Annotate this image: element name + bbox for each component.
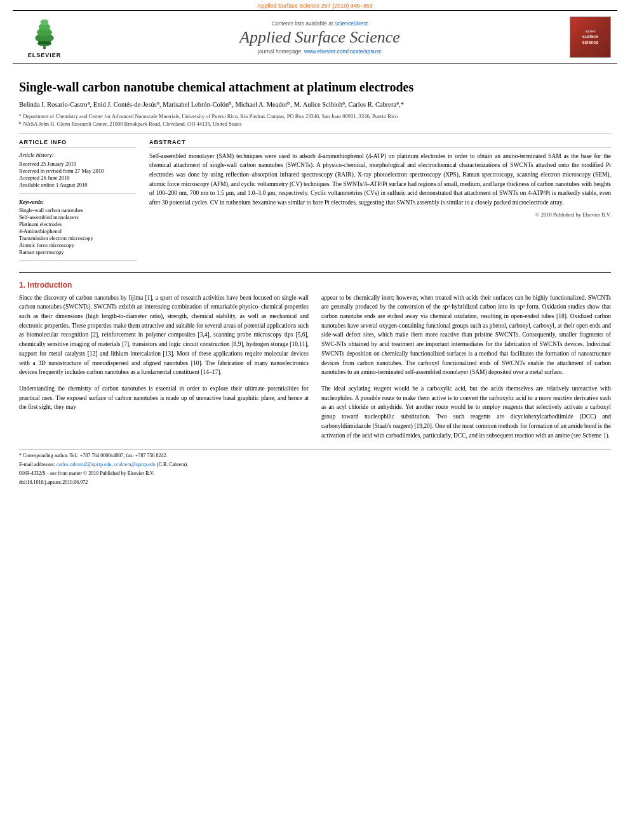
introduction-body: Since the discovery of carbon nanotubes … [19,293,611,441]
introduction-heading: 1. Introduction [19,281,611,290]
elsevier-label: ELSEVIER [28,52,62,58]
journal-name: Applied Surface Science [70,28,570,47]
authors: Belinda I. Rosario-Castroᵃ, Enid J. Cont… [19,100,611,110]
elsevier-tree-icon [29,16,60,51]
keyword-2: Self-assembled monolayers [19,214,137,220]
keyword-4: 4-Aminothiophenol [19,228,137,234]
divider-bottom-left [19,260,137,261]
intro-text-3: appear to be chemically inert; however, … [321,293,611,377]
citation-text: Applied Surface Science 257 (2010) 340–3… [257,3,373,9]
accepted-date: Accepted 26 June 2010 [19,175,137,181]
footnotes: * Corresponding author. Tel.: +787 764 0… [19,449,611,486]
keywords-label: Keywords: [19,199,137,205]
keyword-6: Atomic force microscopy [19,242,137,248]
email-footnote: E-mail addresses: carlos.cabrera2@uprrp.… [19,461,611,468]
abstract-text: Self-assembled monolayer (SAM) technique… [149,152,611,208]
history-label: Article history: [19,152,137,158]
issn-line: 0169-4332/$ – see front matter © 2010 Pu… [19,470,611,477]
intro-text-2: Understanding the chemistry of carbon na… [19,384,309,412]
intro-col-2: appear to be chemically inert; however, … [321,293,611,441]
affiliation-b: ᵇ NASA John H. Glenn Research Center, 21… [19,121,611,128]
elsevier-logo: ELSEVIER [19,16,70,58]
article-title: Single-wall carbon nanotube chemical att… [19,79,611,95]
keyword-5: Transmission electron microscopy [19,235,137,241]
svg-point-5 [41,20,49,25]
main-content: Single-wall carbon nanotube chemical att… [0,64,630,498]
intro-text-4: The ideal acylating reagent would be a c… [321,384,611,440]
article-info-label: ARTICLE INFO [19,139,137,148]
intro-col-1: Since the discovery of carbon nanotubes … [19,293,309,441]
sciencedirect-line: Contents lists available at ScienceDirec… [70,20,570,27]
intro-text-1: Since the discovery of carbon nanotubes … [19,293,309,377]
citation-bar: Applied Surface Science 257 (2010) 340–3… [0,0,630,10]
abstract-label: ABSTRACT [149,139,611,148]
divider-1 [19,133,611,134]
doi-line: doi:10.1016/j.apsusc.2010.06.072 [19,479,611,486]
revised-date: Received in revised form 27 May 2010 [19,168,137,174]
article-info-col: ARTICLE INFO Article history: Received 2… [19,139,137,266]
keyword-7: Raman spectroscopy [19,249,137,255]
journal-cover-image: applied surfacescience [570,17,611,58]
received-date: Received 25 January 2010 [19,161,137,167]
journal-homepage: journal homepage: www.elsevier.com/locat… [70,48,570,55]
svg-rect-6 [38,41,51,44]
divider-keywords [19,193,137,194]
homepage-link[interactable]: www.elsevier.com/locate/apsusc [304,48,382,55]
doi-text: doi:10.1016/j.apsusc.2010.06.072 [19,479,88,485]
online-date: Available online 1 August 2010 [19,182,137,188]
abstract-col: ABSTRACT Self-assembled monolayer (SAM) … [149,139,611,266]
full-divider [19,272,611,273]
cover-text-main: surfacescience [582,34,599,45]
sciencedirect-link[interactable]: ScienceDirect [335,20,368,27]
corresponding-footnote: * Corresponding author. Tel.: +787 764 0… [19,452,611,459]
affiliations: ᵃ Department of Chemistry and Center for… [19,113,611,128]
email-addresses[interactable]: carlos.cabrera2@uprrp.edu, ccabrera@uprr… [57,462,156,467]
authors-text: Belinda I. Rosario-Castroᵃ, Enid J. Cont… [19,101,404,108]
copyright-line: © 2010 Published by Elsevier B.V. [149,211,611,218]
keyword-3: Platinum electrodes [19,221,137,227]
email-label: E-mail addresses: [19,462,55,467]
journal-title-area: Contents lists available at ScienceDirec… [70,20,570,55]
email-note: (C.R. Cabrera). [157,462,188,467]
keyword-1: Single-wall carbon nanotubes [19,207,137,213]
article-info-abstract: ARTICLE INFO Article history: Received 2… [19,139,611,266]
journal-header: ELSEVIER Contents lists available at Sci… [13,10,617,64]
affiliation-a: ᵃ Department of Chemistry and Center for… [19,113,611,121]
